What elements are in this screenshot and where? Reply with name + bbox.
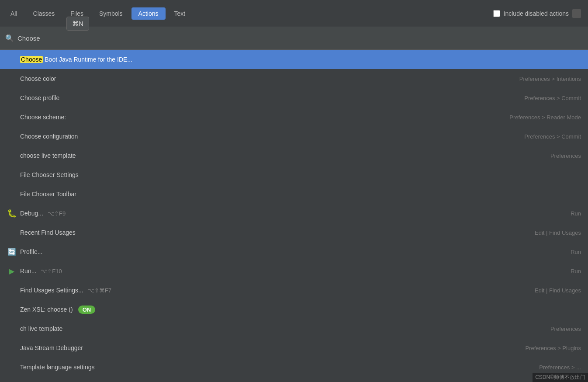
watermark: CSDN©师傅不放出门 [533,373,588,382]
action-category: Preferences [550,153,581,159]
action-category: Preferences > Commit [524,133,581,140]
action-category: Edit | Find Usages [535,229,581,236]
action-name: Choose configuration [20,133,517,140]
profile-icon: 🔄 [7,248,17,256]
window-icon [572,9,581,18]
list-item[interactable]: Choose profile Preferences > Commit [0,88,588,108]
highlight: Choose [20,56,43,63]
list-item[interactable]: Recent Find Usages Edit | Find Usages [0,223,588,242]
run-icon: ▶ [7,267,17,275]
list-item[interactable]: Zen XSL: choose () ON [0,300,588,319]
action-name: Profile... [20,248,564,255]
action-category: Preferences [550,326,581,332]
action-name: ch live template [20,325,543,332]
action-category: Run [571,268,581,274]
action-category: Run [571,249,581,255]
action-name: Choose Boot Java Runtime for the IDE... [20,56,574,63]
list-item[interactable]: ch live template Preferences [0,319,588,338]
shortcut-tooltip: ⌘N [66,17,89,31]
action-name: Choose scheme: [20,114,502,121]
action-shortcut: ⌥⇧F10 [41,268,62,274]
search-bar: 🔍 [0,27,588,50]
action-name: Choose profile [20,94,517,101]
list-item[interactable]: Choose color Preferences > Intentions [0,69,588,88]
list-item[interactable]: Template language settings Preferences >… [0,358,588,377]
action-category: Preferences > Reader Mode [509,114,581,121]
action-category: Run [571,210,581,217]
action-category: Edit | Find Usages [535,287,581,294]
tab-text[interactable]: Text [167,7,193,20]
action-category: Preferences > Commit [524,95,581,101]
action-name: File Chooser Settings [20,171,574,178]
tab-all[interactable]: All [3,7,24,20]
include-disabled-label: Include disabled actions [504,10,569,17]
action-name: Debug... ⌥⇧F9 [20,210,564,217]
list-item[interactable]: Java Stream Debugger Preferences > Plugi… [0,338,588,358]
results-list: Choose Boot Java Runtime for the IDE... … [0,50,588,382]
tab-actions[interactable]: Actions [131,7,166,20]
action-name: choose live template [20,152,543,159]
action-name: Java Stream Debugger [20,344,518,351]
list-item[interactable]: Choose configuration Preferences > Commi… [0,127,588,146]
list-item[interactable]: Choose Boot Java Runtime for the IDE... [0,50,588,69]
action-category: Preferences > ... [539,364,581,371]
search-input[interactable] [17,35,583,42]
bug-icon: 🐛 [7,208,17,218]
action-shortcut: ⌥⇧⌘F7 [88,287,111,294]
action-name: Recent Find Usages [20,229,528,236]
search-icon: 🔍 [5,34,14,42]
action-category: Preferences > Intentions [519,76,581,82]
action-name: Zen XSL: choose () ON [20,306,574,314]
action-name: Template language settings [20,364,532,371]
action-shortcut: ⌥⇧F9 [48,210,66,217]
list-item[interactable]: ▶ Run... ⌥⇧F10 Run [0,261,588,281]
action-name: Choose color [20,75,512,82]
action-name: File Chooser Toolbar [20,191,574,198]
include-disabled-area: Include disabled actions [493,9,581,18]
list-item[interactable]: Choose scheme: Preferences > Reader Mode [0,108,588,127]
include-disabled-checkbox[interactable] [493,10,500,17]
list-item[interactable]: File Chooser Settings [0,165,588,184]
tab-symbols[interactable]: Symbols [92,7,130,20]
toggle-on-badge: ON [78,306,96,314]
action-name: Find Usages Settings... ⌥⇧⌘F7 [20,287,528,294]
list-item[interactable]: choose live template Preferences [0,146,588,165]
list-item[interactable]: 🐛 Debug... ⌥⇧F9 Run [0,204,588,223]
action-category: Preferences > Plugins [525,345,581,351]
list-item[interactable]: File Chooser Toolbar [0,184,588,204]
action-name: Run... ⌥⇧F10 [20,267,564,274]
list-item[interactable]: Find Usages Settings... ⌥⇧⌘F7 Edit | Fin… [0,281,588,300]
tab-classes[interactable]: Classes [26,7,62,20]
list-item[interactable]: 🔄 Profile... Run [0,242,588,261]
